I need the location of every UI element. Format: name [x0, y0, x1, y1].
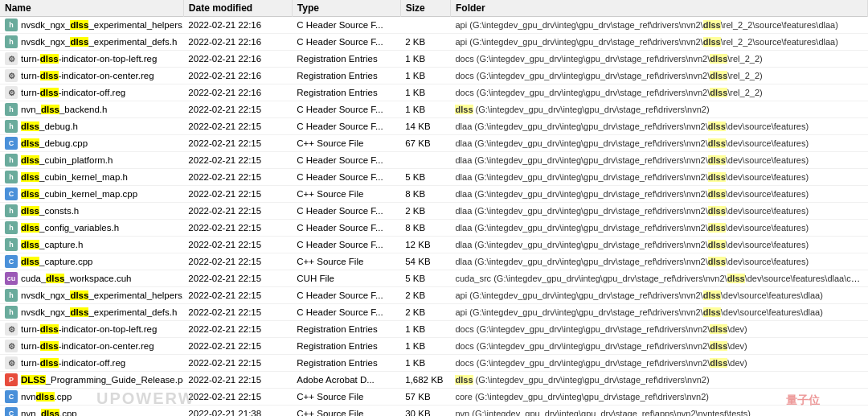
table-row[interactable]: ⚙turn-dlss-indicator-on-top-left.reg2022…	[0, 51, 868, 68]
highlight-text: dlss	[21, 257, 39, 266]
cell-name: ⚙turn-dlss-indicator-on-center.reg	[5, 340, 178, 352]
h-icon: h	[5, 221, 18, 234]
col-name-header[interactable]: Name	[0, 0, 183, 17]
file-size-cell: 8 KB	[400, 220, 450, 237]
reg-icon: ⚙	[5, 52, 18, 65]
file-type-cell: C Header Source F...	[292, 101, 400, 118]
file-size-cell: 1 KB	[400, 355, 450, 372]
file-name-cell: Cdlss_cubin_kernel_map.cpp	[0, 186, 183, 203]
file-date-cell: 2022-02-21 22:16	[183, 68, 292, 84]
file-list: hnvsdk_ngx_dlss_experimental_helpers.h20…	[0, 17, 868, 417]
folder-path: dlaa (G:\integdev_gpu_drv\integ\gpu_drv\…	[455, 138, 809, 148]
table-row[interactable]: hdlss_cubin_platform.h2022-02-21 22:15C …	[0, 152, 868, 169]
folder-highlight: dlss	[708, 189, 726, 199]
folder-highlight: dlss	[708, 257, 726, 266]
file-folder-cell: dlaa (G:\integdev_gpu_drv\integ\gpu_drv\…	[450, 135, 867, 152]
highlight-text: dlss	[21, 189, 39, 199]
table-row[interactable]: ⚙turn-dlss-indicator-off.reg2022-02-21 2…	[0, 355, 868, 372]
table-row[interactable]: Cnvn_dlss.cpp2022-02-21 21:38C++ Source …	[0, 406, 868, 417]
col-folder-header[interactable]: Folder	[450, 0, 867, 17]
c-icon: C	[5, 137, 18, 150]
file-name-cell: ⚙turn-dlss-indicator-on-center.reg	[0, 68, 183, 84]
highlight-text: dlss	[21, 223, 39, 233]
folder-path: dlaa (G:\integdev_gpu_drv\integ\gpu_drv\…	[455, 122, 809, 131]
highlight-text: dlss	[21, 138, 39, 148]
table-row[interactable]: Cnvndlss.cpp2022-02-21 22:15C++ Source F…	[0, 389, 868, 406]
table-header: Name Date modified Type Size Folder	[0, 0, 868, 17]
file-name-cell: Cnvn_dlss.cpp	[0, 406, 183, 417]
table-row[interactable]: ⚙turn-dlss-indicator-on-center.reg2022-0…	[0, 338, 868, 355]
file-type-cell: CUH File	[292, 270, 400, 287]
col-size-header[interactable]: Size	[400, 0, 450, 17]
file-explorer[interactable]: Name Date modified Type Size Folder hnvs…	[0, 0, 868, 416]
table-row[interactable]: ⚙turn-dlss-indicator-off.reg2022-02-21 2…	[0, 84, 868, 101]
file-folder-cell: cuda_src (G:\integdev_gpu_drv\integ\gpu_…	[450, 270, 867, 287]
table-row[interactable]: hnvsdk_ngx_dlss_experimental_helpers.h20…	[0, 287, 868, 304]
cell-name: ⚙turn-dlss-indicator-on-top-left.reg	[5, 52, 178, 65]
file-name-cell: hdlss_config_variables.h	[0, 220, 183, 237]
file-folder-cell: dlaa (G:\integdev_gpu_drv\integ\gpu_drv\…	[450, 118, 867, 135]
file-date-cell: 2022-02-21 22:15	[183, 321, 292, 338]
folder-path: dlaa (G:\integdev_gpu_drv\integ\gpu_drv\…	[455, 223, 809, 233]
file-type-cell: C++ Source File	[292, 389, 400, 406]
file-type-cell: C Header Source F...	[292, 34, 400, 51]
folder-highlight: dlss	[708, 122, 726, 131]
table-row[interactable]: hnvsdk_ngx_dlss_experimental_helpers.h20…	[0, 17, 868, 34]
file-folder-cell: docs (G:\integdev_gpu_drv\integ\gpu_drv\…	[450, 355, 867, 372]
cell-name: Cnvndlss.cpp	[5, 390, 178, 403]
table-row[interactable]: hdlss_config_variables.h2022-02-21 22:15…	[0, 220, 868, 237]
table-row[interactable]: PDLSS_Programming_Guide_Release.pdf2022-…	[0, 372, 868, 389]
file-name-cell: ⚙turn-dlss-indicator-on-center.reg	[0, 338, 183, 355]
file-name-cell: hdlss_cubin_platform.h	[0, 152, 183, 169]
file-type-cell: C Header Source F...	[292, 304, 400, 321]
table-row[interactable]: hdlss_capture.h2022-02-21 22:15C Header …	[0, 237, 868, 253]
table-row[interactable]: Cdlss_debug.cpp2022-02-21 22:15C++ Sourc…	[0, 135, 868, 152]
folder-highlight: dlss	[708, 138, 726, 148]
file-folder-cell: docs (G:\integdev_gpu_drv\integ\gpu_drv\…	[450, 338, 867, 355]
file-date-cell: 2022-02-21 22:15	[183, 203, 292, 220]
file-date-cell: 2022-02-21 22:15	[183, 372, 292, 389]
file-name-cell: Cdlss_capture.cpp	[0, 253, 183, 270]
file-size-cell: 14 KB	[400, 118, 450, 135]
table-row[interactable]: Cdlss_cubin_kernel_map.cpp2022-02-21 22:…	[0, 186, 868, 203]
table-row[interactable]: hnvsdk_ngx_dlss_experimental_defs.h2022-…	[0, 34, 868, 51]
table-row[interactable]: ⚙turn-dlss-indicator-on-top-left.reg2022…	[0, 321, 868, 338]
table-row[interactable]: hdlss_cubin_kernel_map.h2022-02-21 22:15…	[0, 169, 868, 186]
file-size-cell: 1 KB	[400, 51, 450, 68]
file-date-cell: 2022-02-21 22:15	[183, 135, 292, 152]
file-date-cell: 2022-02-21 22:15	[183, 152, 292, 169]
file-size-cell: 1 KB	[400, 321, 450, 338]
table-row[interactable]: hdlss_consts.h2022-02-21 22:15C Header S…	[0, 203, 868, 220]
table-row[interactable]: hnvsdk_ngx_dlss_experimental_defs.h2022-…	[0, 304, 868, 321]
file-type-cell: Registration Entries	[292, 51, 400, 68]
col-date-header[interactable]: Date modified	[183, 0, 292, 17]
file-size-cell: 2 KB	[400, 304, 450, 321]
folder-path: docs (G:\integdev_gpu_drv\integ\gpu_drv\…	[455, 358, 747, 368]
cell-name: Cdlss_capture.cpp	[5, 255, 178, 268]
highlight-text: dlss	[40, 358, 59, 368]
table-row[interactable]: Cdlss_capture.cpp2022-02-21 22:15C++ Sou…	[0, 253, 868, 270]
file-name-cell: hdlss_consts.h	[0, 203, 183, 220]
file-folder-cell: api (G:\integdev_gpu_drv\integ\gpu_drv\s…	[450, 304, 867, 321]
file-type-cell: Registration Entries	[292, 321, 400, 338]
file-size-cell: 1 KB	[400, 338, 450, 355]
folder-path: cuda_src (G:\integdev_gpu_drv\integ\gpu_…	[455, 274, 867, 283]
file-name-cell: hdlss_debug.h	[0, 118, 183, 135]
folder-path: dlaa (G:\integdev_gpu_drv\integ\gpu_drv\…	[455, 257, 809, 266]
table-row[interactable]: hdlss_debug.h2022-02-21 22:15C Header So…	[0, 118, 868, 135]
file-date-cell: 2022-02-21 22:15	[183, 270, 292, 287]
table-row[interactable]: hnvn_dlss_backend.h2022-02-21 22:15C Hea…	[0, 101, 868, 118]
col-type-header[interactable]: Type	[292, 0, 400, 17]
file-table: Name Date modified Type Size Folder hnvs…	[0, 0, 868, 416]
file-type-cell: C++ Source File	[292, 406, 400, 417]
cell-name: hnvsdk_ngx_dlss_experimental_helpers.h	[5, 19, 178, 31]
table-row[interactable]: cucuda_dlss_workspace.cuh2022-02-21 22:1…	[0, 270, 868, 287]
reg-icon: ⚙	[5, 356, 18, 369]
cell-name: Cdlss_cubin_kernel_map.cpp	[5, 187, 178, 200]
reg-icon: ⚙	[5, 69, 18, 82]
h-icon: h	[5, 171, 18, 183]
file-date-cell: 2022-02-21 22:15	[183, 118, 292, 135]
table-row[interactable]: ⚙turn-dlss-indicator-on-center.reg2022-0…	[0, 68, 868, 84]
file-name-cell: PDLSS_Programming_Guide_Release.pdf	[0, 372, 183, 389]
highlight-text: dlss	[21, 172, 39, 182]
